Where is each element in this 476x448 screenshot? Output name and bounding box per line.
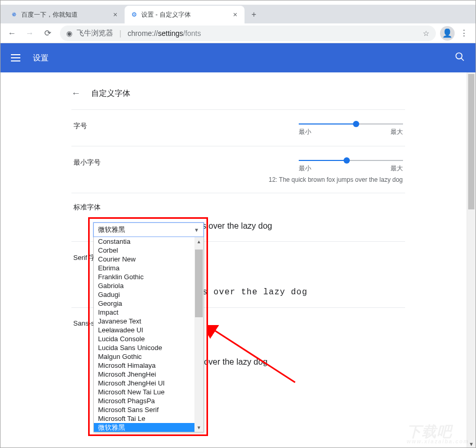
tab-strip: ✵ 百度一下，你就知道 × ⚙ 设置 - 自定义字体 × + bbox=[1, 5, 475, 23]
browser-name: 飞牛浏览器 bbox=[77, 29, 113, 38]
min-font-preview: 12: The quick brown fox jumps over the l… bbox=[74, 176, 403, 183]
close-icon[interactable]: × bbox=[111, 10, 119, 19]
nav-reload[interactable]: ⟳ bbox=[39, 25, 56, 42]
font-option[interactable]: Microsoft JhengHei UI bbox=[94, 379, 203, 388]
font-option[interactable]: Javanese Text bbox=[94, 317, 203, 326]
page-title: 自定义字体 bbox=[91, 89, 130, 98]
url-subpath: /fonts bbox=[183, 29, 201, 38]
nav-forward[interactable]: → bbox=[21, 25, 38, 42]
font-option[interactable]: Leelawadee UI bbox=[94, 326, 203, 334]
url-path: settings bbox=[158, 29, 183, 38]
font-option[interactable]: Microsoft Himalaya bbox=[94, 361, 203, 370]
font-size-slider[interactable] bbox=[299, 123, 403, 125]
settings-header: 设置 bbox=[1, 43, 475, 72]
font-option[interactable]: Ebrima bbox=[94, 264, 203, 272]
font-size-label: 字号 bbox=[74, 119, 152, 131]
dropdown-scrollbar[interactable]: ▲ ▼ bbox=[194, 237, 203, 432]
menu-kebab-icon[interactable]: ⋮ bbox=[456, 25, 472, 42]
slider-min-label: 最小 bbox=[299, 164, 311, 173]
slider-max-label: 最大 bbox=[390, 128, 403, 136]
slider-min-label: 最小 bbox=[299, 128, 311, 136]
header-title: 设置 bbox=[33, 53, 48, 63]
font-option[interactable]: Georgia bbox=[94, 299, 203, 308]
profile-avatar[interactable]: 👤 bbox=[440, 26, 455, 41]
toolbar: ← → ⟳ ◉ 飞牛浏览器 | chrome://settings/fonts … bbox=[1, 23, 475, 43]
tab-baidu[interactable]: ✵ 百度一下，你就知道 × bbox=[5, 6, 125, 23]
font-option[interactable]: Microsoft Sans Serif bbox=[94, 405, 203, 414]
font-option[interactable]: Microsoft PhagsPa bbox=[94, 396, 203, 405]
font-option[interactable]: Malgun Gothic bbox=[94, 352, 203, 361]
chevron-down-icon: ▼ bbox=[194, 227, 199, 233]
hamburger-icon[interactable] bbox=[11, 54, 23, 61]
close-icon[interactable]: × bbox=[231, 10, 239, 19]
bookmark-star-icon[interactable]: ☆ bbox=[423, 29, 430, 38]
font-option[interactable]: Microsoft Tai Le bbox=[94, 414, 203, 423]
svg-line-1 bbox=[461, 58, 464, 61]
url-scheme: chrome:// bbox=[128, 29, 158, 38]
font-option[interactable]: Impact bbox=[94, 308, 203, 317]
font-option[interactable]: Corbel bbox=[94, 246, 203, 255]
font-option[interactable]: 微软雅黑 bbox=[94, 423, 203, 432]
scroll-down-icon[interactable]: ▼ bbox=[194, 423, 203, 432]
font-option[interactable]: Franklin Gothic bbox=[94, 272, 203, 281]
scroll-up-icon[interactable]: ▲ bbox=[194, 237, 203, 246]
min-font-size-label: 最小字号 bbox=[74, 156, 152, 173]
font-option[interactable]: Gadugi bbox=[94, 290, 203, 299]
tab-settings-fonts[interactable]: ⚙ 设置 - 自定义字体 × bbox=[125, 6, 245, 23]
slider-max-label: 最大 bbox=[390, 164, 403, 173]
font-option[interactable]: Microsoft New Tai Lue bbox=[94, 388, 203, 396]
new-tab-button[interactable]: + bbox=[247, 7, 261, 22]
font-option[interactable]: Lucida Sans Unicode bbox=[94, 343, 203, 352]
gear-icon: ⚙ bbox=[130, 10, 138, 19]
scrollbar-thumb[interactable] bbox=[195, 250, 203, 317]
font-option[interactable]: Courier New bbox=[94, 255, 203, 264]
font-option[interactable]: Gabriola bbox=[94, 281, 203, 290]
standard-font-label: 标准字体 bbox=[71, 193, 405, 216]
svg-point-0 bbox=[456, 53, 462, 59]
tab-title: 百度一下，你就知道 bbox=[21, 10, 108, 19]
min-font-size-slider[interactable] bbox=[299, 160, 403, 161]
font-option[interactable]: Lucida Console bbox=[94, 334, 203, 343]
font-option[interactable]: Microsoft JhengHei bbox=[94, 370, 203, 379]
search-icon[interactable] bbox=[455, 52, 465, 64]
select-value: 微软雅黑 bbox=[98, 225, 125, 234]
back-arrow[interactable]: ← bbox=[71, 88, 81, 99]
paw-icon: ✵ bbox=[10, 10, 18, 19]
font-dropdown-list[interactable]: ▲ ▼ ConstantiaCorbelCourier NewEbrimaFra… bbox=[93, 237, 204, 432]
nav-back[interactable]: ← bbox=[4, 25, 20, 42]
standard-font-select[interactable]: 微软雅黑 ▼ bbox=[93, 222, 204, 237]
address-bar[interactable]: ◉ 飞牛浏览器 | chrome://settings/fonts ☆ bbox=[60, 26, 436, 41]
tab-title: 设置 - 自定义字体 bbox=[141, 10, 228, 19]
font-option[interactable]: Constantia bbox=[94, 237, 203, 246]
globe-icon: ◉ bbox=[66, 29, 72, 38]
